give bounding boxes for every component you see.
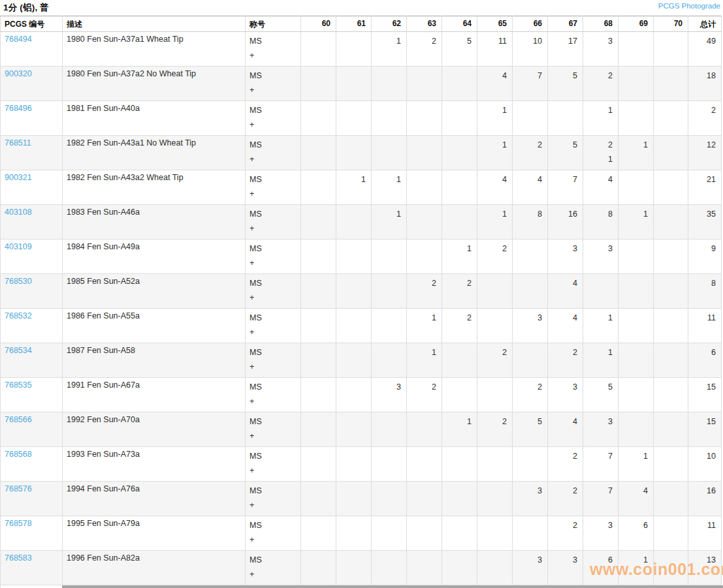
grade-count-cell	[336, 482, 372, 516]
grade-count-cell: 2	[513, 378, 548, 412]
pcgs-number-link[interactable]: 403109	[5, 242, 32, 251]
plus-count	[479, 153, 507, 167]
grade-count-cell	[301, 447, 336, 482]
grade-count-cell	[372, 309, 407, 343]
total-count: 8	[690, 277, 716, 291]
coin-description: 1991 Fen Sun-A67a	[67, 380, 140, 390]
pcgs-number-link[interactable]: 768511	[5, 138, 31, 147]
grade-count-cell: 3	[548, 551, 583, 585]
pcgs-number-link[interactable]: 768576	[5, 484, 32, 493]
grade-count-cell	[654, 343, 688, 378]
horizontal-scrollbar[interactable]	[62, 585, 723, 588]
total-count: 16	[690, 484, 716, 499]
grade-count-cell	[301, 482, 336, 516]
ms-count	[620, 380, 648, 395]
pcgs-number-link[interactable]: 403108	[5, 208, 32, 217]
grade-count-cell: 7	[583, 447, 619, 482]
ms-count: 3	[549, 380, 577, 395]
grade-count-cell	[619, 378, 654, 412]
grade-count-cell: 7	[583, 482, 619, 516]
ms-count: 4	[514, 173, 542, 187]
plus-count	[443, 429, 472, 444]
plus-count	[514, 533, 542, 548]
pcgs-number-link[interactable]: 768534	[5, 346, 32, 355]
grade-count-cell	[407, 516, 442, 551]
total-count: 12	[690, 138, 716, 153]
designation-cell: MS+	[246, 309, 301, 343]
ms-count	[479, 484, 507, 499]
ms-count	[338, 519, 366, 533]
ms-count: 2	[443, 277, 472, 291]
plus-count	[443, 187, 472, 202]
pcgs-number-link[interactable]: 768535	[5, 380, 32, 390]
ms-count: 2	[549, 450, 577, 464]
plus-count	[443, 533, 472, 548]
plus-count	[514, 499, 542, 513]
pcgs-photograde-link[interactable]: PCGS Photograde	[658, 2, 720, 10]
plus-count	[443, 153, 472, 167]
plus-count	[373, 222, 401, 236]
ms-count: 2	[408, 35, 436, 49]
grade-count-cell	[477, 309, 513, 343]
plus-count	[655, 533, 683, 548]
grade-count-cell: 6	[619, 516, 654, 551]
ms-count: 17	[549, 35, 577, 49]
ms-count	[373, 450, 401, 464]
grade-count-cell	[477, 447, 513, 482]
designation-cell: MS+	[246, 205, 301, 240]
designation-cell: MS+	[246, 274, 301, 309]
pcgs-number-link[interactable]: 900321	[5, 173, 32, 182]
grade-count-cell: 2	[548, 343, 583, 378]
plus-count	[655, 291, 683, 305]
grade-count-cell	[619, 67, 654, 101]
plus-count	[302, 464, 330, 478]
table-row: 9003201980 Fen Sun-A37a2 No Wheat TipMS+…	[1, 67, 722, 101]
grade-count-cell	[372, 482, 407, 516]
pcgs-number-link[interactable]: 900320	[5, 69, 32, 78]
pcgs-number-link[interactable]: 768494	[5, 35, 32, 44]
table-row: 7685341987 Fen Sun-A58MS+12216	[1, 343, 722, 378]
ms-count	[655, 415, 683, 429]
plus-count	[620, 464, 648, 478]
ms-count	[655, 450, 683, 464]
ms-count	[373, 311, 401, 326]
ms-count	[620, 277, 648, 291]
pcgs-number-link[interactable]: 768568	[5, 450, 32, 459]
grade-count-cell	[301, 343, 336, 378]
plus-count	[585, 187, 613, 202]
grade-count-cell	[583, 274, 619, 309]
pcgs-number-link[interactable]: 768532	[5, 311, 32, 320]
table-row: 4031081983 Fen Sun-A46aMS+118168135	[1, 205, 722, 240]
grade-count-cell: 1	[372, 170, 407, 205]
pcgs-number-link[interactable]: 768530	[5, 277, 32, 286]
total-count-cell: 8	[688, 274, 722, 309]
plus-count	[514, 256, 542, 271]
plus-count	[479, 49, 507, 63]
coin-description: 1982 Fen Sun-A43a2 Wheat Tip	[67, 173, 184, 182]
plus-count	[620, 326, 648, 340]
grade-count-cell	[442, 378, 477, 412]
ms-count	[479, 380, 507, 395]
designation-cell: MS+	[246, 240, 301, 274]
grade-count-cell	[301, 205, 336, 240]
grade-count-cell	[301, 136, 336, 170]
pcgs-number-link[interactable]: 768566	[5, 415, 32, 424]
grade-count-cell	[407, 447, 442, 482]
column-header-grade-67: 67	[548, 16, 583, 32]
plus-count	[620, 84, 648, 98]
grade-count-cell	[407, 136, 442, 170]
designation-cell: MS+	[246, 343, 301, 378]
ms-count	[620, 35, 648, 49]
coin-description: 1983 Fen Sun-A46a	[67, 208, 140, 217]
ms-count: 1	[338, 173, 366, 187]
ms-count: 6	[620, 519, 648, 533]
plus-count	[408, 222, 436, 236]
pcgs-number-link[interactable]: 768578	[5, 519, 32, 528]
grade-count-cell: 1	[442, 240, 477, 274]
grade-count-cell	[301, 378, 336, 412]
pcgs-number-link[interactable]: 768496	[5, 104, 32, 113]
pcgs-number-link[interactable]: 768583	[5, 553, 32, 563]
ms-count	[302, 35, 330, 49]
plus-count	[479, 464, 507, 478]
ms-count: 1	[408, 346, 436, 360]
